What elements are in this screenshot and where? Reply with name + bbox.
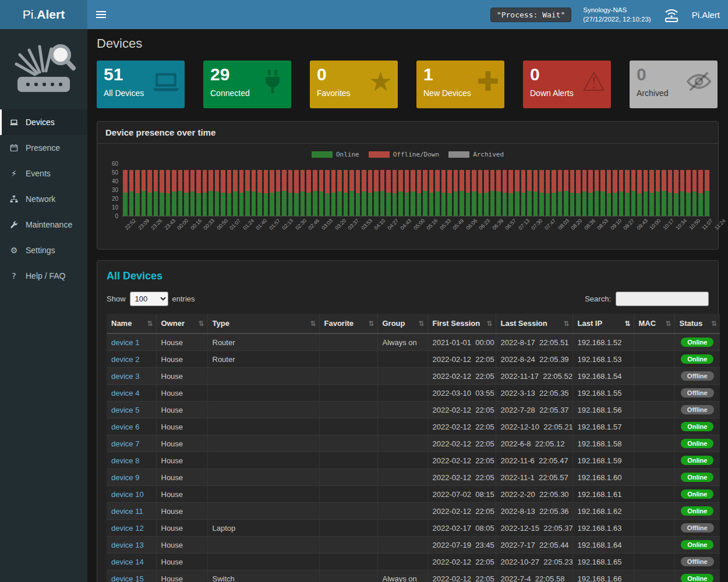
chart-bar [344,170,348,217]
table-cell [207,553,319,570]
table-cell: 2022-11-1 22:05.57 [496,469,572,486]
chart-x-axis: 22:5223:0923:2623:4300:0000:1600:3300:50… [122,222,710,246]
device-link[interactable]: device 8 [111,456,139,465]
table-cell: 2022-02-12 22:05 [427,402,496,418]
status-badge: Offline [681,405,714,414]
sidebar-item-network[interactable]: Network [0,186,87,212]
table-cell [377,452,427,469]
column-header-favorite[interactable]: Favorite⇅ [319,314,377,333]
chart-bar [356,170,361,217]
chart-bar [508,170,513,217]
chart-bar [239,170,244,217]
table-cell [377,351,427,368]
column-header-mac[interactable]: MAC⇅ [634,314,674,333]
chart-bar [172,170,176,217]
legend-swatch [369,151,390,158]
device-link[interactable]: device 3 [111,372,139,381]
table-cell: Router [207,351,319,368]
table-row: device 5House2022-02-12 22:052022-7-28 2… [107,402,720,418]
status-badge: Online [681,354,713,364]
column-header-last-ip[interactable]: Last IP⇅ [572,314,634,333]
chart-bar [631,170,636,217]
sidebar-item-presence[interactable]: Presence [0,135,87,161]
card-connected[interactable]: 29Connected [203,61,291,108]
table-cell [319,368,377,385]
table-cell: 2022-2-20 22:05.30 [496,486,572,503]
main-content: Devices 51All Devices29Connected0Favorit… [87,29,728,582]
card-favorites[interactable]: 0Favorites★ [310,61,398,108]
column-header-label: Type [213,319,229,328]
device-link[interactable]: device 7 [111,439,139,448]
table-cell [634,402,674,418]
device-link[interactable]: device 1 [111,338,139,347]
sidebar-item-events[interactable]: ⚡Events [0,161,87,186]
laptop-icon [9,118,19,126]
wifi-router-icon [663,6,680,23]
device-link[interactable]: device 12 [111,524,144,533]
star-icon: ★ [369,68,393,95]
card-all-devices[interactable]: 51All Devices [97,61,185,108]
legend-swatch [312,151,333,158]
card-down-alerts[interactable]: 0Down Alerts⚠ [523,61,611,108]
chart-bar [288,170,293,217]
page-title: Devices [97,36,719,51]
column-header-name[interactable]: Name⇅ [107,314,156,333]
table-cell [319,385,377,402]
sort-icon: ⇅ [665,320,671,328]
column-header-label: Name [111,319,132,328]
entries-select[interactable]: 100 [130,292,168,306]
device-link[interactable]: device 5 [111,406,139,414]
device-link[interactable]: device 4 [111,389,139,398]
chart-bar [613,170,617,217]
table-row: device 14House2022-02-12 22:052022-10-27… [107,553,720,570]
table-cell [319,469,377,486]
table-cell: 2022-02-12 22:05 [427,469,496,486]
warning-icon: ⚠ [582,68,606,95]
sidebar-item-devices[interactable]: Devices [0,109,87,135]
table-row: device 7House2022-02-12 22:052022-6-8 22… [107,435,720,452]
card-new-devices[interactable]: 1New Devices✚ [416,61,504,108]
sidebar-toggle-button[interactable] [87,0,114,29]
column-header-owner[interactable]: Owner⇅ [156,314,207,333]
search-input[interactable] [616,292,709,306]
column-header-first-session[interactable]: First Session⇅ [427,314,496,333]
sidebar-item-maintenance[interactable]: Maintenance [0,212,87,237]
status-badge: Offline [681,523,714,533]
sidebar-item-help-faq[interactable]: ?Help / FAQ [0,263,87,289]
table-cell [634,351,674,368]
table-cell [634,368,674,385]
sidebar-item-settings[interactable]: ⚙Settings [0,237,87,263]
device-link[interactable]: device 10 [111,490,144,499]
table-cell [207,402,319,418]
chart-bar [546,170,550,217]
column-header-last-session[interactable]: Last Session⇅ [496,314,572,333]
table-cell: House [156,537,207,553]
sort-icon: ⇅ [711,320,717,328]
device-link[interactable]: device 2 [111,355,139,364]
device-link[interactable]: device 13 [111,541,144,549]
status-badge: Online [681,439,713,448]
device-link[interactable]: device 9 [111,473,139,482]
column-header-label: Group [383,319,405,328]
device-link[interactable]: device 14 [111,558,144,566]
table-row: device 4House2022-03-10 03:552022-3-13 2… [107,385,720,402]
table-cell: 2022-02-12 22:05 [427,435,496,452]
column-header-type[interactable]: Type⇅ [207,314,319,333]
chart-bar [362,170,366,217]
sort-icon: ⇅ [368,320,374,328]
table-row: device 3House2022-02-12 22:052022-11-17 … [107,368,720,385]
wrench-icon [9,221,19,229]
chart-bar [496,170,501,217]
column-header-group[interactable]: Group⇅ [377,314,427,333]
card-archived[interactable]: 0Archived [630,61,718,108]
status-badge: Online [681,489,713,499]
chart-bar [368,170,373,217]
device-link[interactable]: device 11 [111,507,143,516]
chart-bar [582,170,587,217]
chart-bar [203,170,207,217]
table-cell [634,385,674,402]
column-header-status[interactable]: Status⇅ [674,314,720,333]
device-link[interactable]: device 15 [111,574,144,582]
device-link[interactable]: device 6 [111,423,139,431]
table-cell: 2022-02-12 22:05 [427,418,496,435]
